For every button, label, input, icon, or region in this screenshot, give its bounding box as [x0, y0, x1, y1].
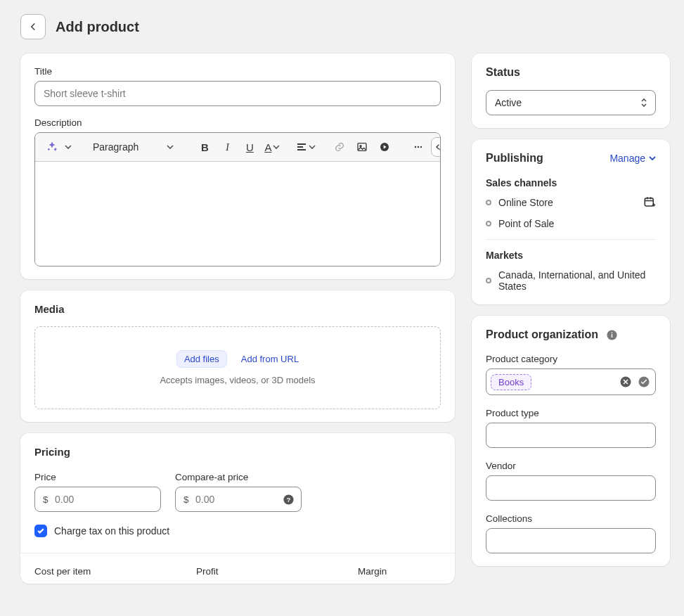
- image-button[interactable]: [352, 137, 372, 157]
- markets-label: Canada, International, and United States: [498, 269, 656, 292]
- link-button[interactable]: [330, 137, 349, 157]
- cost-per-item-label: Cost per item: [34, 566, 168, 577]
- bold-button[interactable]: B: [195, 137, 214, 157]
- status-title: Status: [486, 66, 656, 79]
- underline-button[interactable]: U: [240, 137, 259, 157]
- charge-tax-label: Charge tax on this product: [54, 525, 169, 537]
- schedule-icon[interactable]: [643, 195, 656, 208]
- add-from-url-link[interactable]: Add from URL: [241, 354, 299, 364]
- title-label: Title: [34, 66, 441, 77]
- svg-rect-18: [611, 334, 612, 338]
- product-type-label: Product type: [486, 408, 656, 418]
- channel-label: Online Store: [498, 197, 553, 208]
- collections-label: Collections: [486, 513, 656, 524]
- ai-icon[interactable]: [42, 137, 62, 157]
- add-files-button[interactable]: Add files: [176, 350, 227, 368]
- markets-heading: Markets: [486, 250, 656, 261]
- manage-link[interactable]: Manage: [609, 153, 656, 164]
- manage-label: Manage: [609, 153, 645, 164]
- paragraph-label: Paragraph: [93, 141, 138, 153]
- media-title: Media: [34, 303, 441, 315]
- category-input[interactable]: Books: [486, 368, 656, 395]
- currency-prefix: $: [183, 494, 189, 505]
- italic-button[interactable]: I: [217, 137, 237, 157]
- organization-title: Product organization: [486, 328, 598, 341]
- back-button[interactable]: [20, 14, 46, 39]
- pricing-title: Pricing: [34, 446, 441, 458]
- product-type-input[interactable]: [486, 423, 656, 448]
- rich-text-editor: Paragraph B I U A: [34, 132, 441, 267]
- publishing-card: Publishing Manage Sales channels Online …: [472, 139, 670, 304]
- help-icon[interactable]: ?: [282, 493, 295, 506]
- status-select[interactable]: ActiveDraft: [486, 90, 656, 115]
- page-title: Add product: [56, 19, 139, 35]
- chevron-down-icon: [167, 143, 174, 150]
- product-organization-card: Product organization Product category Bo…: [472, 316, 670, 566]
- paragraph-dropdown[interactable]: Paragraph: [86, 137, 181, 157]
- svg-point-6: [415, 146, 416, 148]
- channel-point-of-sale: Point of Sale: [486, 218, 656, 229]
- channel-online-store: Online Store: [486, 197, 656, 208]
- status-card: Status ActiveDraft: [472, 53, 670, 128]
- chevron-down-icon: [649, 155, 656, 162]
- bullet-icon: [486, 200, 491, 205]
- category-tag[interactable]: Books: [491, 374, 531, 390]
- bullet-icon: [486, 278, 491, 283]
- confirm-category-button[interactable]: [637, 375, 651, 389]
- svg-point-4: [360, 146, 361, 147]
- svg-rect-11: [645, 198, 653, 206]
- currency-prefix: $: [43, 494, 49, 505]
- video-button[interactable]: [375, 137, 394, 157]
- more-options-button[interactable]: [408, 137, 428, 157]
- price-input[interactable]: [34, 487, 161, 512]
- svg-point-8: [420, 146, 422, 148]
- vendor-label: Vendor: [486, 461, 656, 471]
- ai-caret-icon[interactable]: [65, 143, 72, 150]
- margin-label: Margin: [358, 566, 491, 577]
- description-label: Description: [34, 117, 441, 128]
- sales-channels-heading: Sales channels: [486, 177, 656, 188]
- text-color-button[interactable]: A: [262, 137, 282, 157]
- clear-category-button[interactable]: [619, 375, 633, 389]
- compare-price-label: Compare-at price: [175, 472, 302, 482]
- profit-label: Profit: [196, 566, 330, 577]
- info-icon[interactable]: [605, 328, 618, 341]
- align-button[interactable]: [296, 137, 316, 157]
- media-card: Media Add files Add from URL Accepts ima…: [20, 290, 455, 422]
- pricing-card: Pricing Price $ Compare-at price $: [20, 433, 455, 584]
- product-basics-card: Title Description Paragraph: [20, 53, 455, 279]
- svg-text:?: ?: [286, 496, 290, 503]
- description-textarea[interactable]: [35, 162, 440, 266]
- media-dropzone[interactable]: Add files Add from URL Accepts images, v…: [34, 326, 441, 409]
- code-view-button[interactable]: [431, 137, 441, 157]
- publishing-title: Publishing: [486, 152, 543, 165]
- vendor-input[interactable]: [486, 475, 656, 501]
- markets-row: Canada, International, and United States: [486, 269, 656, 292]
- category-label: Product category: [486, 354, 656, 364]
- price-label: Price: [34, 472, 161, 482]
- bullet-icon: [486, 221, 491, 226]
- svg-point-7: [418, 146, 419, 148]
- svg-rect-19: [611, 332, 612, 333]
- media-hint: Accepts images, videos, or 3D models: [160, 375, 315, 385]
- channel-label: Point of Sale: [498, 218, 554, 229]
- title-input[interactable]: [34, 81, 441, 106]
- collections-input[interactable]: [486, 528, 656, 553]
- charge-tax-checkbox[interactable]: [34, 525, 47, 537]
